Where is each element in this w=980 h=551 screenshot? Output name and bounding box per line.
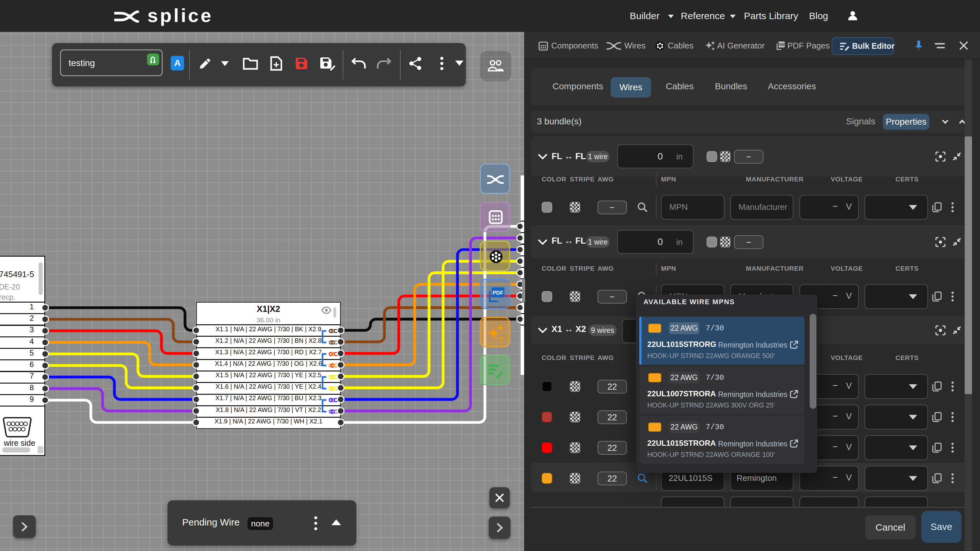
- svg-text:PDF: PDF: [493, 290, 503, 296]
- svg-text:PDF: PDF: [778, 43, 785, 46]
